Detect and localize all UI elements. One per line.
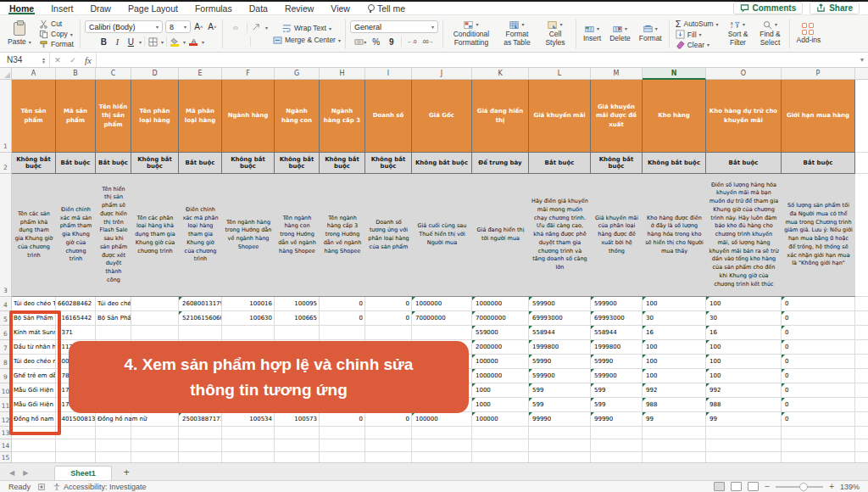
cell-M15[interactable] <box>591 452 643 462</box>
cell-partial-4[interactable] <box>855 297 868 311</box>
cell-F4[interactable]: 100016 <box>222 297 275 311</box>
autosum-button[interactable]: ΣAutoSum▾ <box>674 19 721 29</box>
cell-B15[interactable] <box>56 452 96 462</box>
cell-M11[interactable]: 599 <box>591 398 643 412</box>
cell-L10[interactable]: 599 <box>529 383 591 398</box>
cell-M1[interactable]: Giá khuyến mãi được đề xuất <box>591 80 643 153</box>
cell-P10[interactable]: 0 <box>782 383 855 398</box>
cell-partial-5[interactable] <box>855 311 868 326</box>
cell-N7[interactable]: 100 <box>643 340 706 355</box>
cell-J13[interactable] <box>412 427 472 439</box>
cell-G12[interactable]: 100573 <box>275 412 320 427</box>
cell-M7[interactable]: 1999800 <box>591 340 643 355</box>
cell-E12[interactable]: 250038871717 <box>179 412 222 427</box>
cell-L3[interactable]: Hãy điền giá khuyến mãi mong muốn chạy c… <box>529 174 591 297</box>
increase-font-button[interactable]: A˄ <box>193 21 204 33</box>
cell-D5[interactable] <box>131 311 179 326</box>
row-header-3[interactable]: 3 <box>0 174 12 297</box>
cell-K14[interactable] <box>472 439 529 452</box>
cell-I14[interactable] <box>365 439 412 452</box>
column-header-B[interactable]: B <box>56 68 96 80</box>
row-header-15[interactable]: 15 <box>0 452 12 462</box>
cell-H13[interactable] <box>320 427 365 439</box>
row-header-14[interactable]: 14 <box>0 439 12 452</box>
cell-N11[interactable]: 988 <box>643 398 706 412</box>
cell-N5[interactable]: 30 <box>643 311 706 326</box>
cancel-entry-button[interactable]: ✕ <box>50 56 65 64</box>
cell-M12[interactable]: 99990 <box>591 412 643 427</box>
column-header-A[interactable]: A <box>12 68 56 80</box>
cell-H15[interactable] <box>320 452 365 462</box>
cell-O1[interactable]: Kho hàng dự trữ cho khuyến mãi <box>706 80 782 153</box>
cell-O7[interactable]: 100 <box>706 340 782 355</box>
column-header-M[interactable]: M <box>591 68 643 80</box>
cell-K15[interactable] <box>472 452 529 462</box>
cell-D15[interactable] <box>131 452 179 462</box>
cell-O2[interactable]: Bắt buộc <box>706 153 782 174</box>
wrap-text-button[interactable]: Wrap Text▾ <box>282 24 331 33</box>
cell-J15[interactable] <box>412 452 472 462</box>
cell-M2[interactable]: Không bắt buộc <box>591 153 643 174</box>
menu-tab-insert[interactable]: Insert <box>50 2 74 14</box>
cell-L15[interactable] <box>529 452 591 462</box>
cell-F15[interactable] <box>222 452 275 462</box>
zoom-in-button[interactable]: + <box>829 482 834 491</box>
cell-L9[interactable]: 599900 <box>529 369 591 383</box>
cell-P1[interactable]: Giới hạn mua hàng <box>782 80 855 153</box>
font-size-select[interactable]: 8▾ <box>165 20 191 33</box>
column-header-O[interactable]: O <box>706 68 782 80</box>
align-left-button[interactable] <box>232 41 236 42</box>
name-box[interactable]: N34 ▲▼ <box>0 53 49 67</box>
cell-I4[interactable]: 0 <box>365 297 412 311</box>
cell-I3[interactable]: Doanh số tương ứng với phân loại hàng củ… <box>365 174 412 297</box>
copy-button[interactable]: Copy▾ <box>37 30 75 39</box>
cell-N6[interactable]: 16 <box>643 326 706 340</box>
accounting-format-button[interactable]: ▾ <box>354 36 366 48</box>
cell-D14[interactable] <box>131 439 179 452</box>
cell-P13[interactable] <box>782 427 855 439</box>
cell-B1[interactable]: Mã sản phẩm <box>56 80 96 153</box>
cell-A3[interactable]: Tên các sản phẩm khả dụng tham gia Khung… <box>12 174 56 297</box>
cell-K4[interactable]: 1000000 <box>472 297 529 311</box>
italic-button[interactable]: I <box>112 36 123 48</box>
cell-J6[interactable] <box>412 326 472 340</box>
cell-P12[interactable]: 0 <box>782 412 855 427</box>
cell-N9[interactable]: 100 <box>643 369 706 383</box>
decrease-indent-button[interactable] <box>253 41 257 42</box>
cell-G4[interactable]: 100095 <box>275 297 320 311</box>
cell-P4[interactable]: 0 <box>782 297 855 311</box>
cell-partial-9[interactable] <box>855 369 868 383</box>
increase-decimal-button[interactable]: ←.0 <box>406 36 417 48</box>
cell-M8[interactable]: 59990 <box>591 355 643 369</box>
cell-E5[interactable]: 52106156060 <box>179 311 222 326</box>
menu-tab-formulas[interactable]: Formulas <box>194 2 233 14</box>
clear-button[interactable]: Clear▾ <box>674 40 721 49</box>
cell-O10[interactable]: 992 <box>706 383 782 398</box>
cell-O5[interactable]: 30 <box>706 311 782 326</box>
column-header-E[interactable]: E <box>179 68 222 80</box>
cell-L12[interactable]: 99990 <box>529 412 591 427</box>
cell-G14[interactable] <box>275 439 320 452</box>
cell-E4[interactable]: 26080013179 <box>179 297 222 311</box>
cell-K1[interactable]: Giá đang hiển thị <box>472 80 529 153</box>
cell-P8[interactable]: 0 <box>782 355 855 369</box>
row-header-2[interactable]: 2 <box>0 153 12 174</box>
cell-O8[interactable]: 100 <box>706 355 782 369</box>
format-painter-button[interactable]: Format <box>37 40 75 49</box>
cell-partial-1[interactable] <box>855 80 868 153</box>
cell-partial-8[interactable] <box>855 355 868 369</box>
cell-A15[interactable] <box>12 452 56 462</box>
column-header-J[interactable]: J <box>412 68 472 80</box>
cell-L6[interactable]: 558944 <box>529 326 591 340</box>
cut-button[interactable]: Cut <box>37 20 75 29</box>
cell-G6[interactable] <box>275 326 320 340</box>
cell-J2[interactable]: Không bắt buộc <box>412 153 472 174</box>
cell-C14[interactable] <box>96 439 131 452</box>
cell-F12[interactable]: 100534 <box>222 412 275 427</box>
row-header-4[interactable]: 4 <box>0 297 12 311</box>
cell-partial-7[interactable] <box>855 340 868 355</box>
cell-B12[interactable]: 4401500813 <box>56 412 96 427</box>
cell-I5[interactable]: 0 <box>365 311 412 326</box>
column-header-I[interactable]: I <box>365 68 412 80</box>
percent-style-button[interactable]: % <box>370 36 381 48</box>
